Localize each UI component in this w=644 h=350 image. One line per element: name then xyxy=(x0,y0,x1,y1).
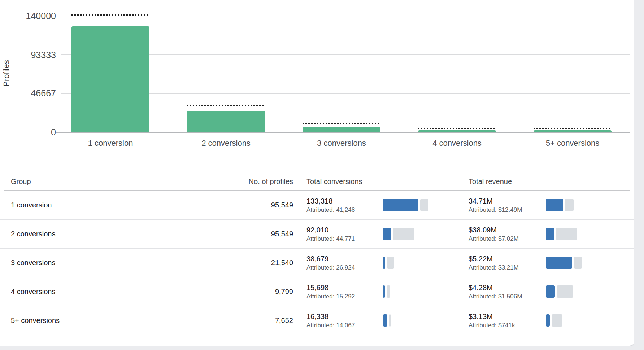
table-row: 5+ conversions 7,652 16,338 Attributed: … xyxy=(0,306,634,335)
progress-fill xyxy=(383,314,387,327)
progress-fill xyxy=(546,228,554,240)
progress-rest xyxy=(565,199,574,211)
reference-dotted-line xyxy=(187,105,265,106)
reference-dotted-line xyxy=(418,128,496,129)
progress-rest xyxy=(557,285,573,298)
conversions-value: 133,318 xyxy=(306,196,355,206)
progress-rest xyxy=(420,199,428,211)
group-cell: 4 conversions xyxy=(11,277,55,306)
page-background-bottom xyxy=(0,346,644,350)
x-category-label: 4 conversions xyxy=(399,139,515,148)
revenue-attributed: Attributed: $12.49M xyxy=(469,206,522,214)
revenue-progress-bar xyxy=(546,228,577,240)
revenue-value: 34.71M xyxy=(469,196,522,206)
progress-fill xyxy=(546,257,572,269)
page-background-right xyxy=(634,0,644,350)
profiles-bar-chart: Profiles 140000 93333 46667 0 1 conversi… xyxy=(0,0,644,152)
progress-rest xyxy=(387,257,394,269)
revenue-progress-bar xyxy=(546,257,582,269)
revenue-value: $38.09M xyxy=(469,225,519,235)
progress-fill xyxy=(383,285,385,298)
revenue-cell: $5.22M Attributed: $3.21M xyxy=(469,254,519,272)
y-tick-label: 93333 xyxy=(9,49,56,60)
group-cell: 1 conversion xyxy=(11,191,52,219)
group-cell: 3 conversions xyxy=(11,248,55,277)
column-header-profiles: No. of profiles xyxy=(202,178,293,186)
progress-rest xyxy=(393,228,414,240)
conversions-attributed: Attributed: 14,067 xyxy=(306,321,355,329)
progress-fill xyxy=(546,199,563,211)
conversions-progress-bar xyxy=(383,285,390,298)
y-tick-label: 46667 xyxy=(9,88,56,99)
progress-rest xyxy=(556,228,577,240)
conversions-progress-bar xyxy=(383,257,394,269)
chart-bar[interactable] xyxy=(418,130,496,132)
reference-dotted-line xyxy=(71,14,149,16)
conversions-cell: 38,679 Attributed: 26,924 xyxy=(306,254,355,272)
reference-dotted-line xyxy=(534,128,612,129)
reference-dotted-line xyxy=(303,123,380,124)
conversions-progress-bar xyxy=(383,199,428,211)
progress-fill xyxy=(546,285,555,298)
column-header-group: Group xyxy=(11,178,31,186)
progress-rest xyxy=(552,314,562,327)
table-row: 1 conversion 95,549 133,318 Attributed: … xyxy=(0,191,634,220)
column-header-revenue: Total revenue xyxy=(469,178,512,186)
revenue-cell: $3.13M Attributed: $741k xyxy=(469,312,515,329)
conversions-value: 92,010 xyxy=(306,225,355,235)
conversions-value: 16,338 xyxy=(306,312,355,321)
revenue-attributed: Attributed: $1.506M xyxy=(469,292,522,301)
y-tick-label: 140000 xyxy=(9,10,56,21)
revenue-progress-bar xyxy=(546,285,573,298)
chart-bar[interactable] xyxy=(187,111,265,132)
conversions-progress-bar xyxy=(383,314,391,327)
conversions-cell: 92,010 Attributed: 44,771 xyxy=(306,225,355,243)
revenue-attributed: Attributed: $7.02M xyxy=(469,235,519,243)
table-row: 2 conversions 95,549 92,010 Attributed: … xyxy=(0,219,634,249)
conversions-value: 15,698 xyxy=(306,283,355,292)
revenue-progress-bar xyxy=(546,199,574,211)
revenue-value: $3.13M xyxy=(469,312,515,321)
progress-fill xyxy=(383,257,385,269)
profiles-cell: 95,549 xyxy=(202,219,293,248)
revenue-attributed: Attributed: $3.21M xyxy=(469,263,519,272)
conversions-attributed: Attributed: 44,771 xyxy=(306,235,355,243)
profiles-cell: 21,540 xyxy=(202,248,293,277)
progress-rest xyxy=(574,257,582,269)
conversions-progress-bar xyxy=(383,228,414,240)
revenue-cell: $4.28M Attributed: $1.506M xyxy=(469,283,522,301)
conversions-value: 38,679 xyxy=(306,254,355,263)
conversions-cell: 15,698 Attributed: 15,292 xyxy=(306,283,355,301)
progress-rest xyxy=(387,285,390,298)
revenue-cell: $38.09M Attributed: $7.02M xyxy=(469,225,519,243)
x-category-label: 2 conversions xyxy=(168,139,284,148)
conversions-attributed: Attributed: 41,248 xyxy=(306,206,355,214)
group-cell: 2 conversions xyxy=(11,219,55,248)
group-cell: 5+ conversions xyxy=(11,306,60,335)
conversions-cell: 133,318 Attributed: 41,248 xyxy=(306,196,355,214)
revenue-progress-bar xyxy=(546,314,562,327)
x-category-label: 5+ conversions xyxy=(515,139,630,148)
gridline xyxy=(61,16,630,16)
table-row: 4 conversions 9,799 15,698 Attributed: 1… xyxy=(0,277,634,306)
table-row: 3 conversions 21,540 38,679 Attributed: … xyxy=(0,248,634,277)
chart-bar[interactable] xyxy=(71,26,149,132)
conversions-attributed: Attributed: 26,924 xyxy=(306,263,355,272)
progress-rest xyxy=(389,314,391,327)
x-category-label: 1 conversion xyxy=(53,139,168,148)
progress-fill xyxy=(383,199,418,211)
column-header-conversions: Total conversions xyxy=(306,178,362,186)
profiles-cell: 95,549 xyxy=(202,191,293,219)
revenue-attributed: Attributed: $741k xyxy=(469,321,515,329)
chart-bar[interactable] xyxy=(534,130,612,132)
profiles-cell: 7,652 xyxy=(202,306,293,335)
conversions-cell: 16,338 Attributed: 14,067 xyxy=(306,312,355,329)
progress-fill xyxy=(546,314,550,327)
y-tick-label: 0 xyxy=(9,127,56,137)
revenue-value: $5.22M xyxy=(469,254,519,263)
chart-bar[interactable] xyxy=(303,127,380,132)
revenue-cell: 34.71M Attributed: $12.49M xyxy=(469,196,522,214)
x-category-label: 3 conversions xyxy=(284,139,399,148)
profiles-cell: 9,799 xyxy=(202,277,293,306)
conversions-attributed: Attributed: 15,292 xyxy=(306,292,355,301)
